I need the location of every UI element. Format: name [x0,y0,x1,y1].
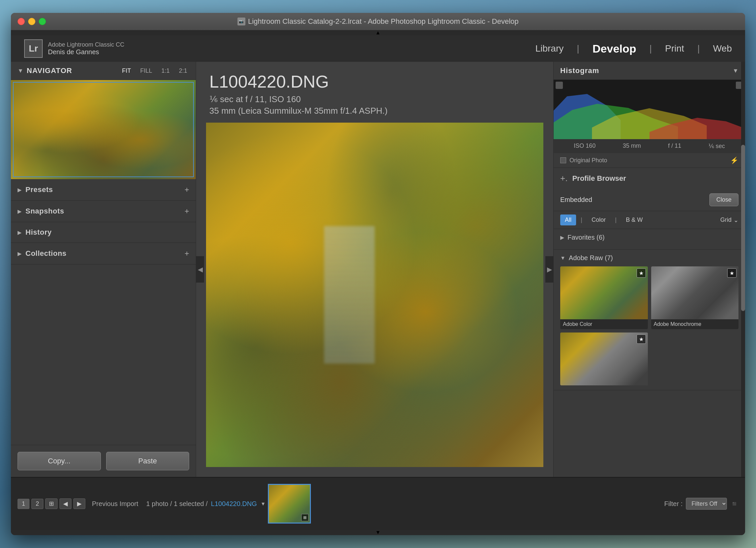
photo-background [206,123,543,467]
lr-brand-text: Lr [29,43,38,54]
filmstrip-next-icon[interactable]: ▶ [73,498,85,509]
copy-button[interactable]: Copy... [18,452,101,470]
collections-header[interactable]: ▶ Collections + [11,243,196,264]
grid-button[interactable]: Grid ⌄ [720,217,738,224]
nav-web[interactable]: Web [713,43,732,54]
app-window: 📷 Lightroom Classic Catalog-2-2.lrcat - … [11,13,745,535]
app-logo: Lr Adobe Lightroom Classic CC Denis de G… [24,39,124,58]
nav-bar: Lr Adobe Lightroom Classic CC Denis de G… [11,35,745,62]
snapshots-add-icon[interactable]: + [185,207,189,216]
lightning-icon[interactable]: ⚡ [730,156,738,164]
original-photo-checkbox[interactable] [560,157,566,163]
navigator-header: ▼ Navigator FIT FILL 1:1 2:1 [11,62,196,80]
meta-focal: 35 mm [623,143,641,150]
paste-button[interactable]: Paste [106,452,189,470]
app-icon: 📷 [237,18,245,25]
profile-thumb-adobe-monochrome[interactable]: ★ Adobe Monochrome [651,267,739,329]
filter-color[interactable]: Color [587,215,610,226]
profile-embedded-label: Embedded [560,196,705,204]
filmstrip-grid-icon[interactable]: ⊞ [45,498,58,509]
left-panel-toggle[interactable]: ◀ [196,256,204,282]
import-label: Previous Import [92,500,138,508]
profile-close-button[interactable]: Close [709,193,738,206]
favorites-header[interactable]: ▶ Favorites (6) [560,234,738,241]
adobe-raw-title: Adobe Raw (7) [569,254,613,262]
filter-select[interactable]: Filters Off [686,498,727,510]
collections-add-icon[interactable]: + [185,249,189,258]
adobe-raw-header[interactable]: ▼ Adobe Raw (7) [560,254,738,262]
filmstrip-prev-icon[interactable]: ◀ [60,498,71,509]
history-header[interactable]: ▶ History [11,222,196,243]
title-bar: 📷 Lightroom Classic Catalog-2-2.lrcat - … [11,13,745,30]
top-panel-arrow[interactable]: ▲ [11,30,745,35]
photo-aperture: f / 11, [245,94,267,104]
photo-info: L1004220.DNG ⅙ sec at f / 11, ISO 160 35… [196,62,553,123]
hist-shadow-warning[interactable] [556,82,563,89]
nav-develop[interactable]: Develop [593,42,636,55]
navigator-thumbnail[interactable] [11,80,196,179]
nav-fit[interactable]: FIT [120,67,133,75]
maximize-button[interactable] [39,18,46,25]
minimize-button[interactable] [28,18,35,25]
filter-bw[interactable]: B & W [621,215,647,226]
navigator-collapse-icon[interactable]: ▼ [18,67,23,74]
nav-fill[interactable]: FILL [138,67,154,75]
nav-1-1[interactable]: 1:1 [159,67,172,75]
adobe-color-star-icon[interactable]: ★ [637,269,646,277]
scrollbar-thumb[interactable] [741,145,745,311]
right-panel-toggle[interactable]: ▶ [545,256,553,282]
history-section: ▶ History [11,222,196,243]
filmstrip-page-1[interactable]: 1 [18,499,29,509]
filmstrip-page-2[interactable]: 2 [31,499,43,509]
nav-sep-3: | [697,43,700,54]
filter-row: All | Color | B & W Grid ⌄ [554,211,745,229]
original-photo-row: Original Photo ⚡ [554,153,745,168]
thumbnail-selection-border [13,82,194,177]
photo-iso: ISO 160 [269,94,301,104]
meta-shutter: ⅙ sec [708,143,725,150]
adobe-raw-section: ▼ Adobe Raw (7) ★ Adobe Color [554,250,745,390]
nav-sep-2: | [650,43,652,54]
filmstrip-photo-1[interactable]: ⊞ [268,484,311,524]
filmstrip-collapse-icon[interactable]: ◾ [730,500,738,508]
histogram-meta: ISO 160 35 mm f / 11 ⅙ sec [554,139,745,153]
user-name: Denis de Gannes [48,48,124,56]
profile-thumb-adobe-color[interactable]: ★ Adobe Color [560,267,648,329]
arrow-down-icon: ▼ [375,529,381,535]
histogram-title: Histogram [560,66,599,75]
snapshots-header[interactable]: ▶ Snapshots + [11,201,196,222]
photo-name-dropdown-icon[interactable]: ▾ [262,500,265,507]
snapshots-triangle-icon: ▶ [18,208,21,215]
third-star-icon[interactable]: ★ [637,334,646,344]
adobe-color-preview [560,267,648,319]
nav-library[interactable]: Library [535,43,564,54]
right-panel-scrollbar[interactable] [741,62,745,477]
nav-print[interactable]: Print [665,43,684,54]
original-photo-label: Original Photo [569,157,607,164]
adobe-monochrome-star-icon[interactable]: ★ [727,269,736,277]
arrow-left-icon: ◀ [198,266,203,274]
third-thumb-image [560,332,648,385]
profile-browser-title: Profile Browser [572,174,738,183]
filter-all[interactable]: All [560,215,576,226]
presets-title: Presets [25,186,185,194]
presets-add-icon[interactable]: + [185,185,189,194]
window-title: 📷 Lightroom Classic Catalog-2-2.lrcat - … [237,17,519,26]
photo-name[interactable]: L1004220.DNG [211,500,257,508]
histogram-toggle-icon[interactable]: ▼ [733,67,738,74]
nav-2-1[interactable]: 2:1 [177,67,189,75]
lr-brand-icon: Lr [24,39,43,58]
meta-aperture: f / 11 [668,143,681,150]
bottom-panel-arrow[interactable]: ▼ [11,530,745,535]
close-button[interactable] [18,18,25,25]
nav-links: Library | Develop | Print | Web [535,42,732,55]
histogram-canvas [554,80,745,139]
navigator-title: Navigator [27,66,120,75]
profile-thumb-third[interactable]: ★ [560,332,648,385]
arrow-up-icon: ▲ [375,30,381,36]
adobe-color-thumb-image [560,267,648,319]
main-photo[interactable] [206,123,543,467]
presets-header[interactable]: ▶ Presets + [11,179,196,200]
navigator-controls: FIT FILL 1:1 2:1 [120,67,189,75]
profile-browser-plus-icon[interactable]: +. [560,173,567,184]
